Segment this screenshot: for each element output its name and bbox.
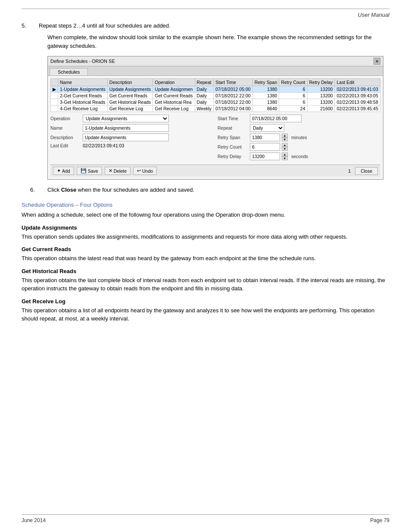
form-retrydelay-row: Retry Delay ▲ ▼ seconds — [218, 152, 380, 160]
operation-body: This operation obtains a list of all end… — [22, 306, 389, 323]
operation-label: Operation — [50, 116, 83, 121]
starttime-label: Start Time — [218, 116, 250, 121]
row-retry-count: 6 — [279, 99, 307, 106]
undo-button[interactable]: ↩ Undo — [133, 167, 157, 175]
dialog-close-x-button[interactable]: ✕ — [374, 58, 380, 65]
save-button[interactable]: 💾 Save — [77, 167, 102, 175]
row-last-edit: 02/22/2013 09:48:58 — [335, 99, 380, 106]
retryspan-spinner: ▲ ▼ minutes — [250, 134, 307, 141]
row-description: Get Historical Reads — [107, 99, 153, 106]
add-button[interactable]: ✦ Add — [53, 167, 74, 175]
schedules-table: Name Description Operation Repeat Start … — [50, 78, 380, 112]
retrydelay-spinner-buttons: ▲ ▼ — [282, 152, 288, 160]
col-arrow — [51, 79, 58, 86]
section-link[interactable]: Schedule Operations – Four Options — [22, 202, 112, 208]
retrydelay-up-button[interactable]: ▲ — [282, 152, 288, 156]
retryspan-down-button[interactable]: ▼ — [282, 137, 288, 141]
retrycount-spinner-buttons: ▲ ▼ — [282, 143, 288, 151]
table-row[interactable]: ▶ 1-Update Assignments Update Assignment… — [51, 86, 380, 93]
table-row[interactable]: 2-Get Current Reads Get Current Reads Ge… — [51, 93, 380, 99]
undo-icon: ↩ — [137, 168, 141, 174]
retryspan-label: Retry Span — [218, 135, 250, 140]
form-lastedit-row: Last Edit 02/22/2013 09:41:03 — [50, 143, 213, 148]
retryspan-up-button[interactable]: ▲ — [282, 134, 288, 137]
col-last-edit: Last Edit — [335, 79, 380, 86]
schedules-tab[interactable]: Schedules — [50, 68, 88, 75]
description-input[interactable] — [83, 134, 169, 141]
operation-item: Get Historical Reads This operation obta… — [22, 268, 389, 293]
page-number: 1 — [348, 168, 351, 174]
row-retry-count: 6 — [279, 93, 307, 99]
retrycount-label: Retry Count — [218, 144, 250, 149]
col-name: Name — [58, 79, 108, 86]
footer: June 2014 Page 79 — [22, 514, 389, 523]
table-row[interactable]: 3-Get Historical Reads Get Historical Re… — [51, 99, 380, 106]
row-repeat: Weekly — [195, 106, 213, 112]
starttime-input[interactable] — [250, 115, 302, 122]
operation-body: This operation obtains the last complete… — [22, 276, 389, 293]
row-last-edit: 02/22/2013 09:41:03 — [335, 86, 380, 93]
footer-date: June 2014 — [22, 517, 46, 523]
row-repeat: Daily — [195, 86, 213, 93]
page-header-title: User Manual — [358, 12, 389, 18]
row-name: 1-Update Assignments — [58, 86, 108, 93]
row-description: Update Assignments — [107, 86, 153, 93]
table-row[interactable]: 4-Get Receive Log Get Receive Log Get Re… — [51, 106, 380, 112]
form-operation-row: Operation Update Assignments Get Current… — [50, 115, 213, 122]
step6-text: Click Close when the four schedules are … — [47, 187, 194, 193]
operations-list: Update Assignments This operation sends … — [22, 224, 389, 323]
retrycount-down-button[interactable]: ▼ — [282, 147, 288, 151]
operation-heading: Get Current Reads — [22, 246, 389, 252]
delete-button[interactable]: ✕ Delete — [105, 167, 131, 175]
operation-item: Get Receive Log This operation obtains a… — [22, 298, 389, 323]
row-arrow-cell — [51, 99, 58, 106]
define-schedules-dialog: Define Schedules - ORION SE ✕ Schedules … — [47, 56, 383, 180]
schedule-form: Operation Update Assignments Get Current… — [50, 115, 380, 162]
form-repeat-row: Repeat Daily Weekly — [218, 124, 380, 132]
name-label: Name — [50, 125, 83, 131]
form-right-column: Start Time Repeat Daily Weekly Retry Spa… — [218, 115, 380, 162]
dialog-titlebar: Define Schedules - ORION SE ✕ — [48, 56, 383, 66]
footer-page: Page 79 — [370, 517, 389, 523]
row-name: 3-Get Historical Reads — [58, 99, 108, 106]
description-label: Description — [50, 135, 83, 140]
row-retry-count: 6 — [279, 86, 307, 93]
delete-icon: ✕ — [109, 168, 112, 174]
retrycount-up-button[interactable]: ▲ — [282, 143, 288, 147]
retrydelay-input[interactable] — [250, 152, 280, 160]
row-retry-span: 1380 — [252, 86, 279, 93]
row-operation: Update Assignmen — [153, 86, 195, 93]
row-repeat: Daily — [195, 99, 213, 106]
row-last-edit: 02/22/2013 09:43:05 — [335, 93, 380, 99]
operation-select[interactable]: Update Assignments Get Current Reads Get… — [83, 115, 169, 122]
col-repeat: Repeat — [195, 79, 213, 86]
dialog-button-bar: ✦ Add 💾 Save ✕ Delete ↩ Undo 1 — [50, 165, 380, 177]
dialog-tab-bar: Schedules — [48, 66, 383, 76]
repeat-select[interactable]: Daily Weekly — [250, 124, 284, 132]
name-input[interactable] — [83, 124, 169, 132]
retrycount-input[interactable] — [250, 143, 280, 151]
retrydelay-down-button[interactable]: ▼ — [282, 156, 288, 160]
lastedit-label: Last Edit — [50, 143, 83, 148]
col-start-time: Start Time — [213, 79, 252, 86]
row-operation: Get Current Reads — [153, 93, 195, 99]
row-start-time: 07/18/2012 22:00 — [213, 99, 252, 106]
row-arrow-cell — [51, 106, 58, 112]
row-arrow-cell — [51, 93, 58, 99]
dialog-close-button[interactable]: Close — [355, 167, 378, 175]
add-icon: ✦ — [57, 168, 61, 174]
operation-heading: Update Assignments — [22, 224, 389, 231]
row-description: Get Receive Log — [107, 106, 153, 112]
retryspan-input[interactable] — [250, 134, 280, 141]
col-retry-delay: Retry Delay — [307, 79, 335, 86]
retryspan-unit: minutes — [291, 135, 307, 140]
dialog-title: Define Schedules - ORION SE — [50, 59, 115, 64]
form-retrycount-row: Retry Count ▲ ▼ — [218, 143, 380, 151]
col-retry-count: Retry Count — [279, 79, 307, 86]
operation-body: This operation sends updates like assign… — [22, 233, 389, 241]
retryspan-spinner-buttons: ▲ ▼ — [282, 134, 288, 141]
lastedit-value: 02/22/2013 09:41:03 — [83, 143, 124, 148]
step5-number: 5. — [22, 22, 35, 29]
row-start-time: 07/18/2012 04:00 — [213, 106, 252, 112]
row-retry-count: 24 — [279, 106, 307, 112]
